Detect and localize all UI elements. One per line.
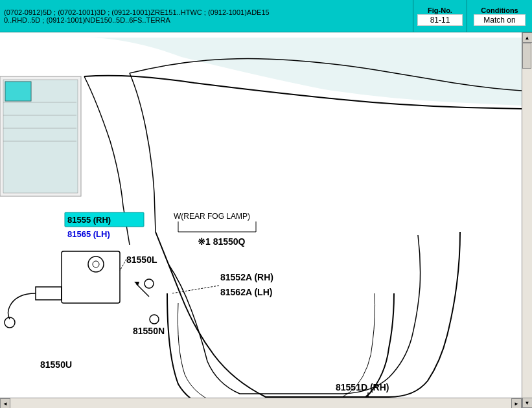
fig-no-input[interactable] [417, 14, 463, 26]
label-81562ALH: 81562A (LH) [220, 287, 272, 297]
label-81550Q: ※1 81550Q [198, 236, 246, 247]
diagram-area: 81555 (RH) 81565 (LH) W(REAR FOG LAMP) ※… [0, 32, 522, 408]
label-81555RH: 81555 (RH) [67, 215, 111, 225]
diagram-svg: 81555 (RH) 81565 (LH) W(REAR FOG LAMP) ※… [0, 32, 522, 408]
conditions-line2: 0..RHD..5D ; (0912-1001)NDE150..5D..6FS.… [4, 16, 409, 24]
svg-rect-7 [5, 82, 31, 101]
scroll-down-button[interactable]: ▼ [522, 398, 533, 408]
right-arrow-icon: ► [514, 401, 519, 407]
horizontal-scrollbar: ◄ ► [0, 398, 522, 408]
left-arrow-icon: ◄ [3, 401, 8, 407]
label-81550U: 81550U [40, 359, 72, 370]
conditions-line1: (0702-0912)5D ; (0702-1001)3D ; (0912-10… [4, 8, 409, 16]
svg-marker-20 [134, 282, 139, 286]
up-arrow-icon: ▲ [525, 35, 530, 41]
svg-point-17 [145, 279, 154, 288]
label-81551DRH: 81551D (RH) [336, 382, 389, 392]
match-on-input[interactable] [474, 14, 526, 26]
scroll-track-vertical[interactable] [522, 43, 532, 398]
svg-rect-13 [36, 287, 62, 300]
down-arrow-icon: ▼ [525, 400, 530, 406]
label-81552ARH: 81552A (RH) [220, 272, 273, 282]
scroll-left-button[interactable]: ◄ [0, 398, 10, 408]
label-81550L: 81550L [126, 255, 157, 265]
svg-point-15 [88, 256, 104, 272]
rear-fog-lamp-label: W(REAR FOG LAMP) [174, 212, 250, 221]
label-81550N: 81550N [133, 326, 165, 336]
header-bar: (0702-0912)5D ; (0702-1001)3D ; (0912-10… [0, 0, 532, 32]
svg-point-16 [93, 261, 99, 267]
scroll-right-button[interactable]: ► [511, 398, 522, 408]
svg-line-21 [120, 259, 126, 271]
fig-no-section: Fig-No. [413, 0, 467, 32]
conditions-text: (0702-0912)5D ; (0702-1001)3D ; (0912-10… [0, 0, 413, 32]
svg-point-18 [150, 315, 159, 324]
scroll-up-button[interactable]: ▲ [522, 32, 533, 43]
conditions-section: Conditions [467, 0, 532, 32]
scroll-track-horizontal[interactable] [10, 398, 511, 408]
scroll-thumb-vertical[interactable] [522, 43, 531, 69]
vertical-scrollbar: ▲ ▼ [522, 32, 532, 408]
label-81565LH: 81565 (LH) [67, 229, 110, 239]
main-content: 81555 (RH) 81565 (LH) W(REAR FOG LAMP) ※… [0, 32, 532, 408]
conditions-label: Conditions [481, 6, 518, 14]
fig-no-label: Fig-No. [428, 6, 452, 14]
header-right: Fig-No. Conditions [413, 0, 532, 32]
